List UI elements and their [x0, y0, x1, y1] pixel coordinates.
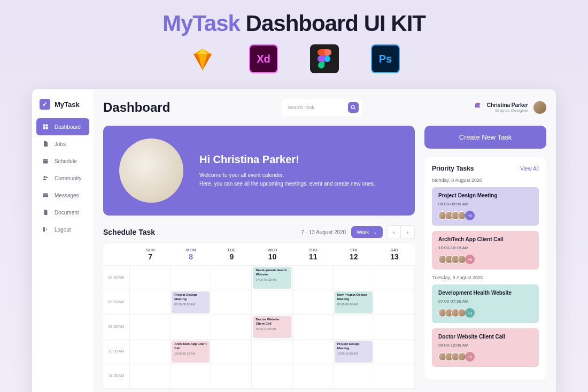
welcome-line1: Welcome to your all event calender.: [199, 171, 375, 180]
priority-task-card[interactable]: Project Design Meeting08:00-09:00 AM+6: [432, 187, 539, 226]
day-header-13[interactable]: SAT13: [374, 243, 415, 265]
create-task-button[interactable]: Create New Task: [424, 126, 546, 149]
day-header-9[interactable]: TUE9: [211, 243, 252, 265]
calendar-slot[interactable]: [252, 290, 292, 315]
calendar-slot[interactable]: [334, 364, 374, 389]
grid-icon: [42, 123, 49, 130]
priority-task-card[interactable]: Doctor Website Client Call09:00-10:00 AM…: [432, 328, 539, 367]
calendar-slot[interactable]: [252, 364, 292, 389]
calendar-slot[interactable]: ArchiTech App Client Call10:00-10:15 AM: [171, 340, 211, 364]
calendar-slot[interactable]: [293, 266, 334, 290]
day-header-8[interactable]: MON8: [171, 243, 211, 265]
calendar-slot[interactable]: [374, 290, 415, 315]
search-placeholder: Search Task: [288, 105, 314, 110]
calendar-slot[interactable]: [130, 364, 171, 389]
sidebar-item-messages[interactable]: Messages: [36, 187, 89, 204]
svg-point-8: [46, 176, 48, 178]
calendar-event[interactable]: Development Health Website07:00-07:30 AM: [253, 267, 291, 289]
calendar-slot[interactable]: [374, 364, 415, 389]
calendar-slot[interactable]: [293, 315, 334, 340]
calendar-slot[interactable]: [211, 266, 252, 290]
svg-rect-5: [43, 159, 48, 164]
sidebar-item-dashboard[interactable]: Dashboard: [36, 118, 89, 135]
calendar-slot[interactable]: [374, 266, 415, 290]
calendar-slot[interactable]: [252, 340, 292, 364]
logo-icon: ✓: [40, 99, 50, 110]
day-header-7[interactable]: SUN7: [130, 243, 171, 265]
avatar[interactable]: [533, 101, 546, 114]
calendar-slot[interactable]: [130, 266, 171, 290]
calendar-slot[interactable]: [293, 340, 334, 364]
calendar-event[interactable]: Doctor Website Client Call09:00-10:00 AM: [253, 316, 291, 338]
search-button[interactable]: [348, 102, 359, 113]
svg-rect-3: [43, 127, 45, 129]
app-logo[interactable]: ✓ MyTask: [36, 99, 89, 116]
calendar-slot[interactable]: [334, 266, 374, 290]
topbar: Dashboard Search Task Christina Parker G…: [103, 99, 546, 116]
time-label: 08:00 AM: [103, 290, 130, 315]
time-label: 10:00 AM: [103, 340, 130, 364]
calendar-slot[interactable]: [374, 315, 415, 340]
calendar-slot[interactable]: [374, 340, 415, 364]
calendar-slot[interactable]: [211, 364, 252, 389]
doc-icon: [42, 209, 49, 216]
sketch-icon: [188, 44, 217, 73]
calendar-event[interactable]: New Project Design Meeting08:00-09:00 AM: [335, 291, 373, 313]
sidebar: ✓ MyTask DashboardJobsScheduleCommunityM…: [32, 89, 94, 392]
calendar-slot[interactable]: Project Design Meeting10:00-10:15 AM: [334, 340, 374, 364]
calendar-slot[interactable]: [130, 340, 171, 364]
svg-line-11: [354, 108, 355, 109]
calendar-slot[interactable]: New Project Design Meeting08:00-09:00 AM: [334, 290, 374, 315]
sidebar-item-document[interactable]: Document: [36, 204, 89, 221]
day-header-10[interactable]: WED10: [252, 243, 292, 265]
sidebar-item-community[interactable]: Community: [36, 170, 89, 187]
day-header-11[interactable]: THU11: [293, 243, 334, 265]
calendar-slot[interactable]: [171, 315, 211, 340]
search-input[interactable]: Search Task: [282, 99, 362, 116]
sidebar-item-logout[interactable]: Logout: [36, 221, 89, 238]
welcome-image: [119, 139, 183, 203]
view-all-link[interactable]: View All: [520, 166, 539, 172]
logo-text: MyTask: [55, 101, 80, 109]
calendar-event[interactable]: Project Design Meeting10:00-10:15 AM: [335, 341, 373, 363]
period-selector[interactable]: Week ⌄: [351, 226, 383, 238]
prev-button[interactable]: ‹: [387, 225, 401, 239]
priority-task-card[interactable]: ArchiTech App Client Call10:00-10:15 AM+…: [432, 231, 539, 270]
next-button[interactable]: ›: [401, 225, 415, 239]
sidebar-item-schedule[interactable]: Schedule: [36, 152, 89, 170]
welcome-line2: Here, you can see all the upcoming meeti…: [199, 180, 375, 188]
chevron-down-icon: ⌄: [373, 229, 377, 235]
day-header-12[interactable]: FRI12: [334, 243, 374, 265]
calendar-slot[interactable]: [171, 266, 211, 290]
calendar-icon: [42, 157, 49, 165]
priority-title: Priority Tasks: [432, 165, 474, 172]
calendar-slot[interactable]: [334, 315, 374, 340]
calendar-slot[interactable]: Project Design Meeting08:00-09:00 AM: [171, 290, 211, 315]
calendar-grid: SUN7MON8TUE9WED10THU11FRI12SAT13 07:00 A…: [103, 243, 415, 389]
calendar-slot[interactable]: [211, 315, 252, 340]
priority-task-card[interactable]: Development Health Website07:00-07:30 AM…: [432, 285, 539, 323]
sidebar-item-jobs[interactable]: Jobs: [36, 135, 89, 152]
svg-point-7: [44, 176, 46, 178]
calendar-slot[interactable]: Development Health Website07:00-07:30 AM: [252, 266, 292, 290]
svg-rect-4: [46, 127, 48, 129]
calendar-slot[interactable]: [171, 364, 211, 389]
calendar-slot[interactable]: [130, 290, 171, 315]
calendar-event[interactable]: Project Design Meeting08:00-09:00 AM: [172, 291, 210, 313]
calendar-slot[interactable]: [211, 340, 252, 364]
calendar-slot[interactable]: [293, 364, 334, 389]
calendar-slot[interactable]: [130, 315, 171, 340]
svg-point-10: [351, 105, 354, 109]
promo-brand: MyTask: [163, 11, 240, 36]
user-info[interactable]: Christina Parker Graphic Designer: [487, 102, 528, 113]
calendar-slot[interactable]: [211, 290, 252, 315]
notification-bell-icon[interactable]: [473, 102, 482, 113]
priority-date: Tuesday, 9 August 2020: [432, 275, 539, 280]
calendar-slot[interactable]: [293, 290, 334, 315]
main-content: Dashboard Search Task Christina Parker G…: [94, 89, 556, 392]
calendar-slot[interactable]: Doctor Website Client Call09:00-10:00 AM: [252, 315, 292, 340]
time-label: 09:00 AM: [103, 315, 130, 340]
calendar-event[interactable]: ArchiTech App Client Call10:00-10:15 AM: [172, 341, 210, 363]
user-name: Christina Parker: [487, 102, 528, 108]
promo-tool-icons: Xd Ps: [0, 44, 588, 73]
